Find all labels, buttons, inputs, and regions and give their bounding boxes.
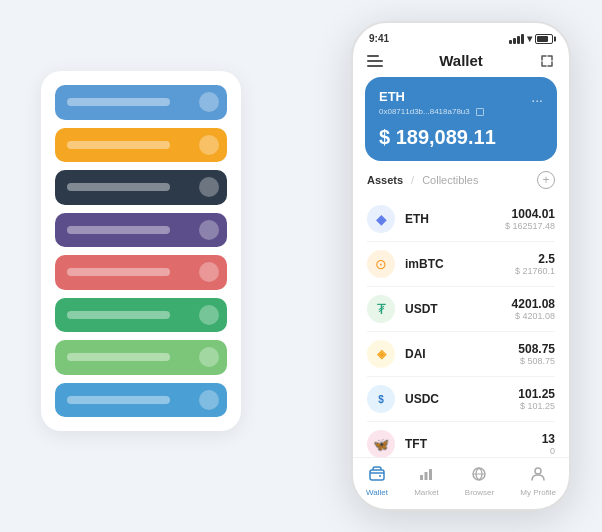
bar-text [67,396,170,404]
bar-text [67,141,170,149]
status-bar: 9:41 ▾ [353,23,569,48]
eth-amount-secondary: $ 162517.48 [505,221,555,231]
nav-profile[interactable]: My Profile [520,466,556,497]
bar-icon [199,177,219,197]
asset-name-imbtc: imBTC [405,257,515,271]
imbtc-amount-primary: 2.5 [515,252,555,266]
eth-card-token: ETH [379,89,543,104]
color-bar-lightgreen [55,340,227,375]
svg-rect-3 [429,469,432,480]
tab-divider: / [411,174,414,186]
imbtc-amount-secondary: $ 21760.1 [515,266,555,276]
bar-text [67,311,170,319]
color-bar-lightblue [55,383,227,418]
market-nav-icon [418,466,434,486]
browser-nav-icon [471,466,487,486]
asset-item-dai[interactable]: ◈ DAI 508.75 $ 508.75 [367,332,555,377]
color-bar-purple [55,213,227,248]
bar-icon [199,262,219,282]
expand-button[interactable] [539,53,555,69]
svg-rect-0 [370,470,384,480]
imbtc-icon: ⊙ [367,250,395,278]
svg-rect-2 [425,472,428,480]
browser-nav-label: Browser [465,488,494,497]
bar-icon [199,92,219,112]
assets-tabs: Assets / Collectibles [367,174,478,186]
menu-line-2 [367,60,383,62]
tft-amount-primary: 13 [542,432,555,446]
asset-name-usdt: USDT [405,302,512,316]
signal-bar-3 [517,36,520,44]
color-bar-dark [55,170,227,205]
nav-browser[interactable]: Browser [465,466,494,497]
tft-icon: 🦋 [367,430,395,457]
page-title: Wallet [439,52,483,69]
wifi-icon: ▾ [527,33,532,44]
market-nav-label: Market [414,488,438,497]
asset-item-eth[interactable]: ◆ ETH 1004.01 $ 162517.48 [367,197,555,242]
menu-line-3 [367,65,383,67]
asset-amounts-imbtc: 2.5 $ 21760.1 [515,252,555,276]
status-icons: ▾ [509,33,553,44]
eth-icon: ◆ [367,205,395,233]
bar-icon [199,305,219,325]
svg-point-5 [535,468,541,474]
phone-header: Wallet [353,48,569,77]
profile-nav-icon [530,466,546,486]
bottom-nav: Wallet Market [353,457,569,509]
battery-icon [535,34,553,44]
menu-button[interactable] [367,55,383,67]
asset-name-tft: TFT [405,437,542,451]
phone-frame: 9:41 ▾ Wallet [351,21,571,511]
assets-header: Assets / Collectibles + [353,171,569,197]
asset-amounts-tft: 13 0 [542,432,555,456]
eth-card-amount: $ 189,089.11 [379,126,543,149]
asset-item-usdc[interactable]: $ USDC 101.25 $ 101.25 [367,377,555,422]
wallet-nav-icon [369,466,385,486]
usdc-amount-primary: 101.25 [518,387,555,401]
nav-market[interactable]: Market [414,466,438,497]
nav-wallet[interactable]: Wallet [366,466,388,497]
copy-icon[interactable] [476,108,484,116]
asset-amounts-dai: 508.75 $ 508.75 [518,342,555,366]
signal-bar-2 [513,38,516,44]
eth-card-menu[interactable]: ... [531,89,543,105]
asset-item-usdt[interactable]: ₮ USDT 4201.08 $ 4201.08 [367,287,555,332]
wallet-nav-label: Wallet [366,488,388,497]
color-bar-green [55,298,227,333]
usdc-icon: $ [367,385,395,413]
tab-assets[interactable]: Assets [367,174,403,186]
time-display: 9:41 [369,33,389,44]
dai-icon: ◈ [367,340,395,368]
asset-amounts-usdc: 101.25 $ 101.25 [518,387,555,411]
bar-icon [199,390,219,410]
asset-list: ◆ ETH 1004.01 $ 162517.48 ⊙ imBTC 2.5 $ … [353,197,569,457]
bar-text [67,353,170,361]
color-bar-red [55,255,227,290]
bar-icon [199,135,219,155]
menu-line-1 [367,55,379,57]
dai-amount-primary: 508.75 [518,342,555,356]
tab-collectibles[interactable]: Collectibles [422,174,478,186]
signal-bar-4 [521,34,524,44]
bar-text [67,226,170,234]
asset-item-imbtc[interactable]: ⊙ imBTC 2.5 $ 21760.1 [367,242,555,287]
add-asset-button[interactable]: + [537,171,555,189]
usdt-amount-secondary: $ 4201.08 [512,311,555,321]
bar-icon [199,347,219,367]
battery-fill [537,36,548,42]
eth-card[interactable]: ETH 0x08711d3b...8418a78u3 $ 189,089.11 … [365,77,557,161]
color-bar-orange [55,128,227,163]
usdc-amount-secondary: $ 101.25 [518,401,555,411]
asset-item-tft[interactable]: 🦋 TFT 13 0 [367,422,555,457]
asset-amounts-usdt: 4201.08 $ 4201.08 [512,297,555,321]
eth-amount-primary: 1004.01 [505,207,555,221]
asset-name-dai: DAI [405,347,518,361]
signal-icon [509,34,524,44]
eth-card-address: 0x08711d3b...8418a78u3 [379,107,543,116]
card-stack [41,71,241,431]
asset-name-usdc: USDC [405,392,518,406]
color-bar-blue [55,85,227,120]
bar-text [67,98,170,106]
scene: 9:41 ▾ Wallet [11,11,591,521]
